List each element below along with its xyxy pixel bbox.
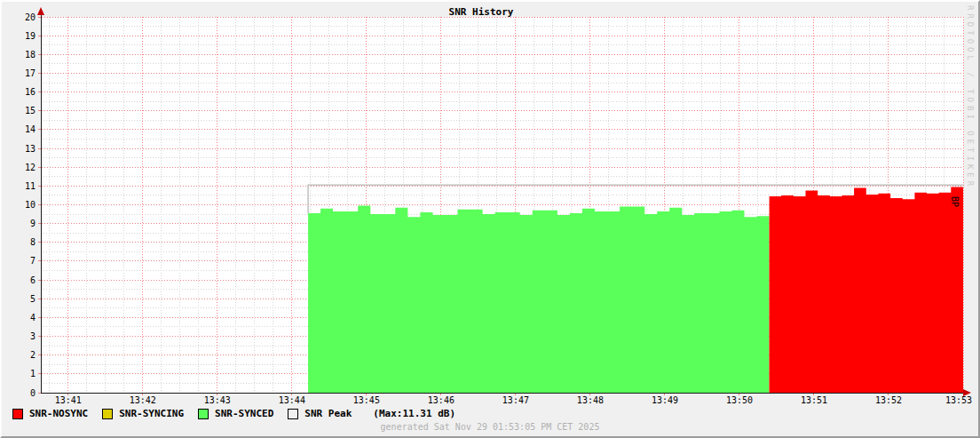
y-tick-label: 18 xyxy=(25,50,36,60)
y-tick-label: 14 xyxy=(25,124,36,134)
x-tick-label: 13:43 xyxy=(204,395,231,405)
footer-timestamp: generated Sat Nov 29 01:53:05 PM CET 202… xyxy=(2,422,978,432)
legend-item-label: SNR-NOSYNC xyxy=(29,408,88,419)
right-axis-label: BP xyxy=(950,196,960,207)
x-tick-label: 13:47 xyxy=(502,395,529,405)
legend-max-note: (Max:11.31 dB) xyxy=(373,408,455,419)
y-tick-label: 2 xyxy=(30,350,36,360)
legend-items: SNR-NOSYNCSNR-SYNCINGSNR-SYNCEDSNR Peak xyxy=(12,408,366,419)
legend-swatch xyxy=(102,409,113,419)
y-tick-label: 19 xyxy=(25,31,36,41)
legend-item: SNR-SYNCED xyxy=(198,408,273,419)
y-tick-label: 0 xyxy=(30,388,36,398)
y-tick-label: 3 xyxy=(30,331,36,341)
x-tick-label: 13:53 xyxy=(945,395,972,405)
y-tick-label: 4 xyxy=(30,313,36,323)
legend-swatch xyxy=(12,409,23,419)
legend: SNR-NOSYNCSNR-SYNCINGSNR-SYNCEDSNR Peak … xyxy=(12,408,455,419)
snr-chart: 0123456789101112131415161718192013:4113:… xyxy=(2,2,978,406)
x-tick-label: 13:45 xyxy=(353,395,380,405)
y-tick-label: 5 xyxy=(30,294,36,304)
series-area-snr-synced xyxy=(308,206,770,393)
y-tick-label: 12 xyxy=(25,163,36,172)
x-tick-label: 13:51 xyxy=(801,395,827,405)
x-tick-label: 13:49 xyxy=(652,395,678,405)
y-axis-arrow xyxy=(37,7,44,15)
x-tick-label: 13:52 xyxy=(875,395,902,405)
legend-item: SNR Peak xyxy=(288,408,352,419)
series-area-snr-nosync xyxy=(770,187,963,393)
legend-item-label: SNR-SYNCED xyxy=(215,408,273,419)
rrdtool-graph: SNR History 0123456789101112131415161718… xyxy=(0,0,980,438)
x-tick-label: 13:41 xyxy=(55,395,82,405)
y-tick-label: 13 xyxy=(25,144,36,154)
legend-item: SNR-SYNCING xyxy=(102,408,184,419)
y-tick-label: 6 xyxy=(30,275,36,285)
x-tick-label: 13:50 xyxy=(726,395,753,405)
y-tick-label: 15 xyxy=(25,106,36,115)
y-tick-label: 20 xyxy=(25,12,36,22)
legend-item-label: SNR Peak xyxy=(304,408,352,419)
legend-swatch xyxy=(198,409,209,419)
rrdtool-watermark: RRDTOOL / TOBI OETIKER xyxy=(966,5,975,189)
x-tick-label: 13:46 xyxy=(428,395,454,405)
legend-item-label: SNR-SYNCING xyxy=(119,408,184,419)
y-tick-label: 11 xyxy=(25,181,36,191)
y-tick-label: 16 xyxy=(25,87,36,97)
y-tick-label: 17 xyxy=(25,68,36,78)
x-tick-label: 13:44 xyxy=(279,395,305,405)
x-tick-label: 13:48 xyxy=(577,395,604,405)
y-tick-label: 10 xyxy=(25,200,36,210)
legend-item: SNR-NOSYNC xyxy=(12,408,88,419)
y-tick-label: 9 xyxy=(30,219,36,228)
x-tick-label: 13:42 xyxy=(130,395,156,405)
y-tick-label: 1 xyxy=(30,369,36,378)
y-tick-label: 8 xyxy=(30,237,36,247)
legend-swatch xyxy=(288,409,298,419)
y-tick-label: 7 xyxy=(30,256,36,266)
